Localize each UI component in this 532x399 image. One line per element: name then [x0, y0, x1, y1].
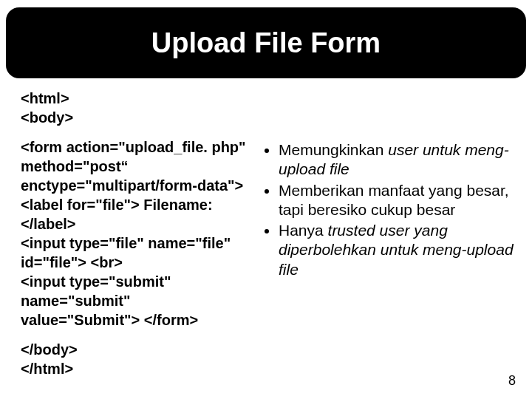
code-top: <html> <body> — [21, 89, 250, 127]
bullet-list: Memungkinkan user untuk meng-upload file… — [262, 140, 514, 281]
slide-title: Upload File Form — [151, 27, 381, 59]
bullet-text: Memberikan manfaat yang besar, tapi bere… — [279, 182, 509, 218]
bullet-text: Memungkinkan — [279, 141, 388, 158]
code-block: <html> <body> <form action="upload_file.… — [21, 89, 250, 378]
page-number: 8 — [508, 373, 516, 389]
title-box: Upload File Form — [6, 7, 526, 78]
list-item: Memungkinkan user untuk meng-upload file — [279, 140, 514, 180]
list-item: Hanya trusted user yang diperbolehkan un… — [279, 221, 514, 279]
list-item: Memberikan manfaat yang besar, tapi bere… — [279, 181, 514, 220]
code-bot: </body> </html> — [21, 340, 250, 378]
bullet-text: Hanya — [279, 222, 328, 239]
slide: Upload File Form <html> <body> <form act… — [0, 0, 532, 399]
code-mid: <form action="upload_file. php" method="… — [21, 137, 250, 330]
